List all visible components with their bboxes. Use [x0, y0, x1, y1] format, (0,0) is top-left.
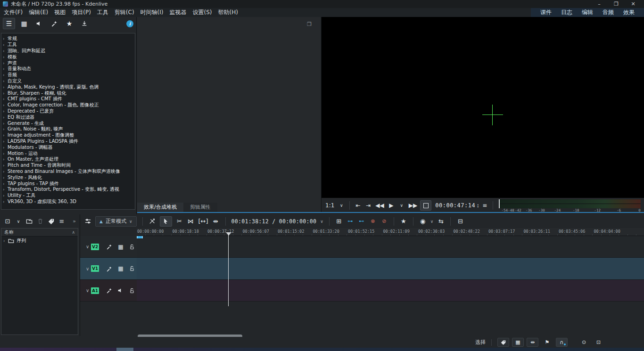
timecode-spinner[interactable]: ▴▾: [477, 203, 479, 208]
expander-chevron-icon[interactable]: ›: [3, 36, 8, 41]
expander-chevron-icon[interactable]: ›: [3, 115, 8, 120]
timeline-ruler[interactable]: 00:00:00:0000:00:18:1800:00:37:1200:00:5…: [137, 228, 644, 236]
effect-category-row[interactable]: › 音量和动态: [1, 66, 135, 72]
track-label-chip[interactable]: V2: [91, 244, 99, 250]
remove-all-keyframes-icon[interactable]: ⊘: [380, 216, 388, 227]
effect-category-row[interactable]: › 自定义: [1, 78, 135, 84]
zoom-to-fit-button[interactable]: ⊙: [578, 338, 590, 347]
favorite-effects-button[interactable]: ★: [63, 18, 75, 29]
lock-icon[interactable]: [127, 266, 137, 271]
track-header-v1[interactable]: ∨ V1 ▦: [80, 258, 137, 280]
track-effects-icon[interactable]: [105, 287, 114, 294]
effect-category-row[interactable]: › 工具: [1, 42, 135, 48]
copy-keyframe-icon[interactable]: ⊶: [347, 216, 354, 227]
mute-audio-icon[interactable]: [116, 287, 125, 294]
effect-category-row[interactable]: › VR360, 3D - 虚拟现实 360, 3D: [1, 199, 135, 205]
effect-category-row[interactable]: › Stereo and Binaural Images - 立体声和双声道映像: [1, 169, 135, 175]
menu-item[interactable]: 项目(P): [72, 8, 97, 17]
razor-tool-button[interactable]: ✂: [176, 216, 183, 227]
expander-chevron-icon[interactable]: ›: [3, 175, 8, 180]
layout-tab[interactable]: 日志: [556, 8, 577, 17]
expander-chevron-icon[interactable]: ›: [3, 133, 8, 138]
expander-chevron-icon[interactable]: ›: [3, 145, 8, 150]
show-all-effects-button[interactable]: ☰: [3, 18, 15, 29]
track-lane-v2[interactable]: [137, 236, 644, 258]
effect-category-row[interactable]: › Motion - 运动: [1, 150, 135, 156]
download-effects-button[interactable]: [78, 18, 91, 29]
expander-chevron-icon[interactable]: ›: [3, 49, 8, 53]
effect-category-row[interactable]: › CMT plugins - CMT 插件: [1, 96, 135, 102]
fit-zoom-button[interactable]: ⊡: [593, 338, 604, 347]
chevron-down-icon[interactable]: ∨: [86, 244, 89, 249]
effect-category-row[interactable]: › TAP plugins - TAP 插件: [1, 180, 135, 187]
expander-chevron-icon[interactable]: ›: [3, 169, 8, 174]
effect-category-row[interactable]: › 常规: [1, 36, 135, 42]
effect-category-row[interactable]: › 模板: [1, 54, 135, 60]
zone-mode-button[interactable]: [420, 200, 431, 211]
expander-chevron-icon[interactable]: ›: [3, 109, 8, 114]
expander-chevron-icon[interactable]: ›: [3, 85, 8, 90]
effect-category-row[interactable]: › Modulators - 调幅器: [1, 144, 135, 150]
chevron-down-icon[interactable]: ∨: [86, 266, 89, 271]
timecode-chevron-icon[interactable]: ∨: [320, 219, 323, 224]
video-effects-button[interactable]: ▦: [18, 18, 30, 29]
expander-chevron-icon[interactable]: ›: [3, 61, 8, 65]
edit-mode-select[interactable]: ▲ 正常模式 ∨: [95, 216, 137, 227]
expander-chevron-icon[interactable]: ›: [3, 103, 8, 107]
effect-category-row[interactable]: › Grain, Noise - 颗粒, 噪声: [1, 126, 135, 132]
layout-tab[interactable]: 课件: [536, 8, 556, 17]
minimize-button[interactable]: –: [591, 0, 607, 8]
mix-clips-button[interactable]: [149, 216, 156, 227]
tags-button[interactable]: [47, 216, 55, 227]
split-view-button[interactable]: ⊞: [335, 216, 343, 227]
expander-chevron-icon[interactable]: ›: [3, 151, 8, 156]
info-icon[interactable]: i: [126, 20, 133, 27]
layout-tab[interactable]: 编辑: [577, 8, 598, 17]
expander-chevron-icon[interactable]: ›: [3, 157, 8, 162]
audio-effects-button[interactable]: [33, 18, 45, 29]
tab-effect-stack[interactable]: 效果/合成堆栈: [137, 203, 183, 212]
expander-chevron-icon[interactable]: ›: [3, 97, 8, 101]
maximize-button[interactable]: ❐: [608, 0, 624, 8]
paste-keyframe-icon[interactable]: ⊷: [358, 216, 365, 227]
effect-category-row[interactable]: › Utility - 工具: [1, 193, 135, 199]
track-lane-a1[interactable]: [137, 280, 644, 302]
go-to-zone-end-button[interactable]: ⇥: [364, 200, 372, 211]
fast-forward-button[interactable]: ▶▶: [408, 200, 418, 211]
remove-keyframe-icon[interactable]: ⊗: [369, 216, 377, 227]
effect-category-row[interactable]: › 声道: [1, 60, 135, 66]
track-label-chip[interactable]: A1: [91, 287, 99, 294]
record-button[interactable]: ◉: [419, 216, 427, 227]
lock-icon[interactable]: [127, 244, 137, 250]
expander-chevron-icon[interactable]: ›: [3, 121, 8, 126]
expander-chevron-icon[interactable]: ›: [3, 199, 8, 204]
hide-video-icon[interactable]: ▦: [116, 244, 125, 250]
play-options-chevron-icon[interactable]: ∨: [397, 200, 406, 211]
go-to-zone-start-button[interactable]: ⇤: [354, 200, 362, 211]
expander-chevron-icon[interactable]: ›: [3, 187, 8, 192]
show-tags-toggle[interactable]: [497, 338, 509, 347]
menu-item[interactable]: 设置(S): [192, 8, 218, 17]
snap-toggle[interactable]: ∩: [556, 338, 568, 347]
monitor-zoom-select[interactable]: 1:1: [324, 200, 335, 211]
slip-tool-button[interactable]: [↔]: [198, 216, 208, 227]
expander-chevron-icon[interactable]: ›: [3, 193, 8, 198]
layout-tab[interactable]: 音频: [598, 8, 619, 17]
expander-chevron-icon[interactable]: ›: [3, 79, 8, 83]
expander-chevron-icon[interactable]: ›: [3, 42, 8, 47]
ripple-tool-button[interactable]: ⇹: [212, 216, 220, 227]
show-video-thumbnails-toggle[interactable]: ▦: [512, 338, 524, 347]
menu-item[interactable]: 帮助(H): [218, 8, 244, 17]
menu-item[interactable]: 编辑(E): [29, 8, 54, 17]
effect-category-row[interactable]: › Stylize - 风格化: [1, 174, 135, 180]
playhead-handle[interactable]: [226, 232, 231, 236]
favorite-effects-button[interactable]: ★: [400, 216, 407, 227]
selection-tool-button[interactable]: [160, 216, 172, 227]
monitor-menu-icon[interactable]: ≡: [480, 200, 489, 211]
float-panel-icon[interactable]: ❐: [305, 21, 313, 27]
add-clip-chevron-icon[interactable]: ∨: [15, 216, 22, 227]
custom-effects-button[interactable]: [48, 18, 60, 29]
record-chevron-icon[interactable]: ∨: [430, 219, 434, 224]
expander-chevron-icon[interactable]: ›: [3, 73, 8, 77]
expander-chevron-icon[interactable]: ›: [3, 55, 8, 59]
